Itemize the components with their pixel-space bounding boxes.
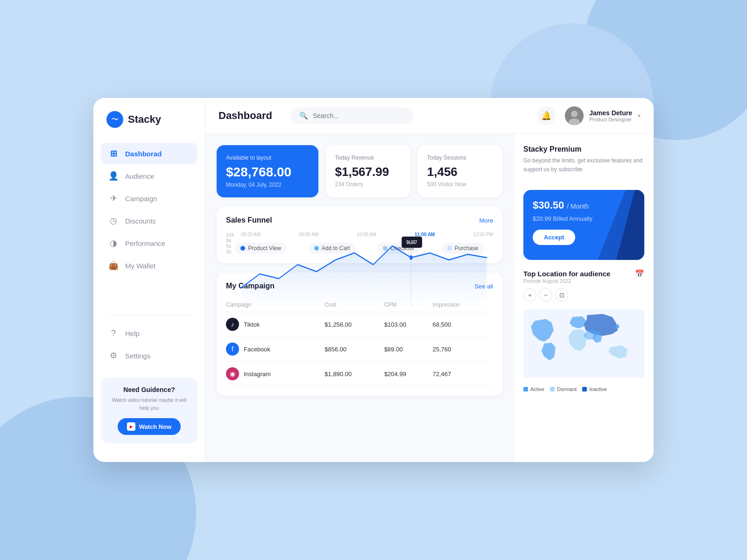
map-legend: Active Dormant Inactive <box>523 386 644 392</box>
user-info[interactable]: James Deture Product Desingner ▾ <box>565 106 641 125</box>
sidebar-label-performance: Performance <box>125 239 165 247</box>
stat-sub-available: Monday, 04 July, 2022 <box>226 182 309 188</box>
funnel-more-link[interactable]: More <box>479 217 493 224</box>
guide-title: Need Guidence? <box>109 386 189 393</box>
premium-price: $30.50 <box>533 199 564 211</box>
sidebar-label-mywallet: My Wallet <box>125 262 155 270</box>
sidebar-nav: ⊞ Dashborad 👤 Audience ✈ Campaign ◷ Disc… <box>93 143 205 308</box>
sidebar-item-mywallet[interactable]: 👜 My Wallet <box>101 255 197 276</box>
svg-point-5 <box>409 255 413 260</box>
performance-icon: ◑ <box>108 238 119 248</box>
notification-bell-button[interactable]: 🔔 <box>537 106 556 125</box>
zoom-out-button[interactable]: − <box>539 288 552 301</box>
wallet-icon: 👜 <box>108 260 119 271</box>
campaign-table: Campaign Cost CPM Impression ♪ <box>226 298 493 386</box>
stat-card-sessions: Today Sessions 1,456 500 Visitor Now <box>418 145 502 197</box>
discounts-icon: ◷ <box>108 216 119 226</box>
search-input[interactable] <box>313 112 405 119</box>
sidebar-item-audience[interactable]: 👤 Audience <box>101 165 197 187</box>
accept-button[interactable]: Accept <box>533 230 575 245</box>
calendar-icon[interactable]: 📅 <box>635 269 644 278</box>
guide-subtitle: Watch video tutorial maybe it will help … <box>109 396 189 412</box>
zoom-reset-button[interactable]: ⊡ <box>555 288 568 301</box>
svg-marker-3 <box>241 246 487 307</box>
app-container: 〜 Stacky ⊞ Dashborad 👤 Audience ✈ Campai… <box>93 98 654 462</box>
premium-per: / Month <box>567 203 589 210</box>
funnel-title: Sales Funnel <box>226 216 272 224</box>
sidebar: 〜 Stacky ⊞ Dashborad 👤 Audience ✈ Campai… <box>93 98 205 462</box>
legend-inactive: Inactive <box>582 386 607 392</box>
sidebar-item-settings[interactable]: ⚙ Settings <box>101 345 197 366</box>
premium-info-text: Go beyond the limits, get exclusive feat… <box>523 156 644 174</box>
top-location: Top Location for audience 📅 Periode Augu… <box>523 269 644 392</box>
logo-text: Stacky <box>128 113 161 126</box>
zoom-controls: + − ⊡ <box>523 288 644 301</box>
svg-point-1 <box>571 111 578 117</box>
location-header: Top Location for audience 📅 <box>523 269 644 278</box>
svg-point-11 <box>615 324 620 329</box>
campaign-name-facebook: f Facebook <box>226 343 324 356</box>
sidebar-label-campaign: Campaign <box>125 195 157 203</box>
stat-label-revenue: Today Revenue <box>335 154 401 161</box>
header: Dashboard 🔍 🔔 James Deture Product Desi <box>205 98 654 134</box>
table-row: ◉ Instagram $1,890.00 $204.99 72,467 <box>226 362 493 386</box>
watch-now-button[interactable]: Watch Now <box>118 418 181 435</box>
funnel-card-header: Sales Funnel More <box>226 216 493 224</box>
search-icon: 🔍 <box>299 112 308 120</box>
audience-icon: 👤 <box>108 171 119 181</box>
sidebar-bottom: ? Help ⚙ Settings <box>93 323 205 366</box>
left-panel: Available to layout $28,768.00 Monday, 0… <box>205 134 514 462</box>
world-map <box>523 306 644 381</box>
logo: 〜 Stacky <box>93 111 205 128</box>
campaign-name-instagram: ◉ Instagram <box>226 367 324 380</box>
tiktok-icon: ♪ <box>226 318 239 331</box>
content-area: Available to layout $28,768.00 Monday, 0… <box>205 134 654 462</box>
youtube-icon <box>127 422 135 431</box>
legend-active: Active <box>523 386 544 392</box>
sidebar-item-performance[interactable]: ◑ Performance <box>101 232 197 254</box>
sales-funnel-card: Sales Funnel More 10k 8k 5k 2k <box>217 207 502 263</box>
sidebar-item-help[interactable]: ? Help <box>101 323 197 344</box>
stat-sub-sessions: 500 Visitor Now <box>427 181 493 188</box>
sidebar-item-discounts[interactable]: ◷ Discounts <box>101 210 197 231</box>
instagram-icon: ◉ <box>226 367 239 380</box>
main-content: Dashboard 🔍 🔔 James Deture Product Desi <box>205 98 654 462</box>
sidebar-item-campaign[interactable]: ✈ Campaign <box>101 188 197 209</box>
premium-info-title: Stacky Premium <box>523 145 644 154</box>
premium-billed: $20.99 Billed Annually <box>533 215 635 222</box>
sidebar-label-settings: Settings <box>125 352 150 360</box>
chevron-down-icon: ▾ <box>638 112 641 119</box>
facebook-icon: f <box>226 343 239 356</box>
sidebar-label-dashboard: Dashborad <box>125 150 162 158</box>
premium-card: $30.50 / Month $20.99 Billed Annually Ac… <box>523 190 644 260</box>
table-row: ♪ Tiktok $1,256.00 $103.00 68,500 <box>226 312 493 337</box>
premium-info: Stacky Premium Go beyond the limits, get… <box>523 145 644 181</box>
table-row: f Facebook $856.00 $89.00 25,760 <box>226 337 493 362</box>
stat-value-revenue: $1,567.99 <box>335 165 401 179</box>
campaign-icon: ✈ <box>108 193 119 203</box>
user-role: Product Desingner <box>589 117 632 122</box>
dashboard-icon: ⊞ <box>108 148 119 159</box>
avatar <box>565 106 584 125</box>
page-title: Dashboard <box>218 110 272 122</box>
sidebar-label-discounts: Discounts <box>125 217 156 225</box>
stat-label-sessions: Today Sessions <box>427 154 493 161</box>
stat-sub-revenue: 234 Orders <box>335 181 401 188</box>
search-bar[interactable]: 🔍 <box>291 107 413 124</box>
sidebar-item-dashboard[interactable]: ⊞ Dashborad <box>101 143 197 164</box>
stat-value-available: $28,768.00 <box>226 165 309 180</box>
svg-text:56,657: 56,657 <box>407 240 417 245</box>
right-panel: Stacky Premium Go beyond the limits, get… <box>514 134 654 462</box>
zoom-in-button[interactable]: + <box>523 288 536 301</box>
stats-row: Available to layout $28,768.00 Monday, 0… <box>217 145 502 197</box>
settings-icon: ⚙ <box>108 350 119 361</box>
sidebar-divider <box>106 315 192 315</box>
campaign-name-tiktok: ♪ Tiktok <box>226 318 324 331</box>
stat-card-revenue: Today Revenue $1,567.99 234 Orders <box>326 145 410 197</box>
help-icon: ? <box>108 329 119 338</box>
logo-icon: 〜 <box>106 111 123 128</box>
location-period: Periode August 2022 <box>523 278 644 284</box>
sidebar-label-help: Help <box>125 329 140 337</box>
location-title: Top Location for audience <box>523 270 610 278</box>
guide-card: Need Guidence? Watch video tutorial mayb… <box>101 378 197 443</box>
